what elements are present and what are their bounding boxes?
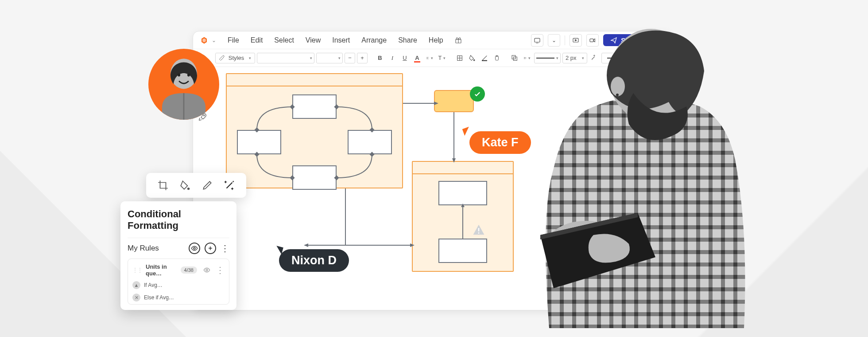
collab-cursor-label: Nixon D [291, 254, 337, 267]
app-logo[interactable] [199, 35, 209, 45]
font-select[interactable]: ▾ [257, 53, 314, 63]
rule-count-badge: 4/38 [181, 266, 197, 274]
diagram-connectors [226, 73, 403, 197]
pencil-icon[interactable] [199, 177, 215, 193]
bold-button[interactable]: B [375, 53, 385, 63]
context-toolbar [146, 173, 246, 198]
conditional-formatting-panel: Conditional Formatting My Rules + ⋮ ⋮⋮ U… [120, 201, 236, 310]
svg-point-31 [206, 269, 208, 271]
menu-arrange[interactable]: Arrange [357, 35, 391, 46]
font-size-increase[interactable]: + [357, 53, 368, 63]
panel-title: Conditional Formatting [128, 208, 229, 231]
svg-rect-7 [482, 60, 487, 61]
rule-card[interactable]: ⋮⋮ Units in que… 4/38 ⋮ ▲ If Avg… ✕ Else… [128, 259, 229, 305]
condition-else-label: Else if Avg… [144, 294, 174, 301]
menu-insert[interactable]: Insert [328, 35, 354, 46]
italic-button[interactable]: I [387, 53, 398, 63]
styles-label: Styles [229, 55, 244, 61]
svg-point-29 [187, 188, 190, 190]
person-portrait [153, 53, 215, 120]
text-color-button[interactable]: A [412, 53, 422, 63]
font-size-decrease[interactable]: − [345, 53, 355, 63]
menu-help[interactable]: Help [424, 35, 448, 46]
svg-rect-10 [512, 55, 515, 59]
menu-share[interactable]: Share [394, 35, 422, 46]
success-icon [470, 86, 485, 102]
fill-color-button[interactable] [467, 53, 477, 63]
svg-point-41 [616, 94, 619, 96]
svg-point-18 [203, 115, 205, 116]
svg-rect-28 [478, 232, 480, 234]
rule-visibility-icon[interactable] [203, 266, 210, 274]
rules-section-label: My Rules [128, 244, 184, 253]
condition-if-label: If Avg… [144, 282, 163, 288]
rule-name: Units in que… [146, 263, 177, 277]
svg-rect-24 [369, 152, 374, 157]
svg-rect-21 [254, 127, 259, 132]
menu-view[interactable]: View [301, 35, 325, 46]
collaborator-avatar [148, 49, 219, 120]
svg-rect-19 [290, 104, 294, 109]
menu-file[interactable]: File [223, 35, 244, 46]
layers-icon[interactable] [509, 53, 520, 63]
svg-rect-22 [369, 127, 374, 132]
shape-insert-button[interactable] [454, 53, 465, 63]
svg-rect-27 [478, 228, 480, 231]
drag-handle-icon[interactable]: ⋮⋮ [132, 267, 142, 273]
gift-icon[interactable] [452, 34, 465, 47]
collab-cursor-kate: Kate F [469, 131, 531, 154]
line-color-button[interactable] [479, 53, 490, 63]
svg-point-34 [187, 74, 190, 77]
collab-cursor-nixon: Nixon D [279, 249, 349, 272]
magic-wand-icon[interactable] [221, 177, 237, 193]
svg-rect-25 [290, 175, 294, 180]
svg-rect-26 [334, 175, 339, 180]
person-with-laptop [523, 27, 771, 333]
add-rule-button[interactable]: + [205, 243, 216, 254]
align-button[interactable]: ▾ [424, 53, 435, 63]
text-options-button[interactable]: T▾ [437, 53, 447, 63]
svg-point-40 [611, 77, 625, 96]
svg-point-30 [194, 247, 195, 249]
warning-icon [471, 223, 486, 236]
fill-icon[interactable] [177, 177, 193, 193]
svg-point-6 [473, 59, 475, 61]
condition-close-icon: ✕ [132, 294, 140, 302]
styles-select[interactable]: Styles ▾ [215, 53, 255, 63]
diagram-card[interactable] [434, 90, 474, 112]
doc-chevron-icon[interactable]: ⌄ [212, 37, 216, 43]
svg-rect-23 [254, 152, 259, 157]
svg-rect-11 [513, 57, 517, 60]
clipboard-icon[interactable] [492, 53, 502, 63]
diagram-connectors-2 [412, 161, 514, 272]
visibility-toggle[interactable] [189, 243, 200, 254]
svg-rect-20 [334, 104, 339, 109]
underline-button[interactable]: U [399, 53, 410, 63]
more-options-icon[interactable]: ⋮ [221, 243, 229, 254]
rule-more-icon[interactable]: ⋮ [216, 265, 225, 275]
crop-icon[interactable] [155, 177, 171, 193]
svg-point-33 [178, 74, 180, 77]
font-size-select[interactable]: ▾ [316, 53, 343, 63]
condition-warning-icon: ▲ [132, 281, 140, 289]
collab-cursor-label: Kate F [482, 136, 519, 149]
menu-edit[interactable]: Edit [246, 35, 267, 46]
menu-select[interactable]: Select [270, 35, 298, 46]
